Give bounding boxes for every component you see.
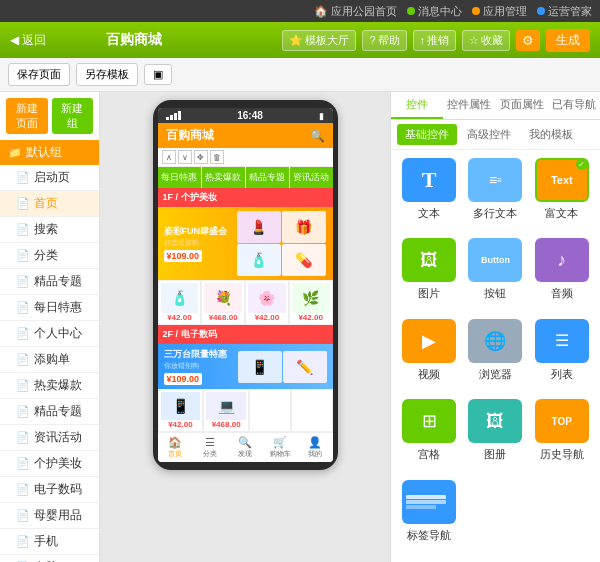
template-hall-button[interactable]: ⭐ 模板大厅 xyxy=(282,30,356,51)
widget-tab-templates[interactable]: 我的模板 xyxy=(521,124,581,145)
nav-move-button[interactable]: ✥ xyxy=(194,150,208,164)
sidebar: 新建页面 新建组 📁 默认组 📄 启动页 📄 首页 📄 搜索 📄 分类 xyxy=(0,92,100,562)
folder-icon: 📁 xyxy=(8,146,22,159)
tab-nav-widget-icon xyxy=(402,480,456,524)
sidebar-item-daily[interactable]: 📄 每日特惠 xyxy=(0,295,99,321)
right-tab-widgets[interactable]: 控件 xyxy=(391,92,443,119)
bottom-nav-mine[interactable]: 👤 我的 xyxy=(298,433,333,462)
widget-multiline[interactable]: ≡≡ 多行文本 xyxy=(465,158,525,232)
file-icon: 📄 xyxy=(16,301,30,314)
widget-audio[interactable]: ♪ 音频 xyxy=(532,238,592,312)
sidebar-item-personal[interactable]: 📄 个人中心 xyxy=(0,321,99,347)
sidebar-item-phone[interactable]: 📄 手机 xyxy=(0,529,99,555)
phone-section2-header: 2F / 电子数码 xyxy=(158,325,333,344)
widget-image[interactable]: 🖼 图片 xyxy=(399,238,459,312)
sidebar-item-home[interactable]: 📄 首页 xyxy=(0,191,99,217)
right-tab-widget-props[interactable]: 控件属性 xyxy=(443,92,495,119)
file-icon: 📄 xyxy=(16,431,30,444)
sidebar-item-computer[interactable]: 📄 电脑 xyxy=(0,555,99,562)
file-icon: 📄 xyxy=(16,483,30,496)
phone-promo2-price: ¥109.00 xyxy=(164,373,203,385)
widget-browser[interactable]: 🌐 浏览器 xyxy=(465,319,525,393)
phone-preview-area: 16:48 ▮ 百购商城 🔍 ∧ ∨ ✥ 🗑 xyxy=(100,92,390,562)
phone-tab-featured[interactable]: 精品专题 xyxy=(246,167,290,188)
right-tab-page-props[interactable]: 页面属性 xyxy=(496,92,548,119)
bottom-nav-home[interactable]: 🏠 首页 xyxy=(158,433,193,462)
sidebar-item-premium[interactable]: 📄 精品专题 xyxy=(0,399,99,425)
product-cell-5[interactable]: 📱 ¥42.00 xyxy=(158,389,204,432)
right-tab-navigation[interactable]: 已有导航 xyxy=(548,92,600,119)
widget-album[interactable]: 🖼 图册 xyxy=(465,399,525,473)
top-bar-operations[interactable]: 运营管家 xyxy=(537,4,592,19)
widget-button[interactable]: Button 按钮 xyxy=(465,238,525,312)
generate-button[interactable]: 生成 xyxy=(546,29,590,52)
sidebar-item-cart[interactable]: 📄 添购单 xyxy=(0,347,99,373)
widget-category-tabs: 基础控件 高级控件 我的模板 xyxy=(391,120,600,150)
signal-bar-1 xyxy=(166,117,169,120)
widget-text[interactable]: T 文本 xyxy=(399,158,459,232)
phone-bottom-nav: 🏠 首页 ☰ 分类 🔍 发现 🛒 购物车 xyxy=(158,432,333,462)
product-phone-img: 📱 xyxy=(238,351,282,383)
widget-tab-nav[interactable]: 标签导航 xyxy=(399,480,459,554)
phone-tab-news[interactable]: 资讯活动 xyxy=(290,167,333,188)
save-template-button[interactable]: 另存模板 xyxy=(76,63,138,86)
file-icon: 📄 xyxy=(16,223,30,236)
product-cell-4[interactable]: 🌿 ¥42.00 xyxy=(289,280,333,325)
sidebar-new-row: 新建页面 新建组 xyxy=(0,92,99,140)
sidebar-item-electronics[interactable]: 📄 电子数码 xyxy=(0,477,99,503)
product-price-2: ¥468.00 xyxy=(204,313,242,322)
bottom-nav-category[interactable]: ☰ 分类 xyxy=(193,433,228,462)
widget-list[interactable]: ☰ 列表 xyxy=(532,319,592,393)
sidebar-item-beauty[interactable]: 📄 个护美妆 xyxy=(0,451,99,477)
product-cell-3[interactable]: 🌸 ¥42.00 xyxy=(245,280,289,325)
gear-button[interactable]: ⚙ xyxy=(516,30,540,51)
bottom-nav-discover[interactable]: 🔍 发现 xyxy=(228,433,263,462)
file-icon: 📄 xyxy=(16,379,30,392)
top-bar-apps[interactable]: 应用管理 xyxy=(472,4,527,19)
sidebar-item-news[interactable]: 📄 资讯活动 xyxy=(0,425,99,451)
widget-grid[interactable]: ⊞ 宫格 xyxy=(399,399,459,473)
new-page-button[interactable]: 新建页面 xyxy=(6,98,48,134)
save-page-button[interactable]: 保存页面 xyxy=(8,63,70,86)
favorite-button[interactable]: ☆ 收藏 xyxy=(462,30,510,51)
widget-richtext[interactable]: Text ✓ 富文本 xyxy=(532,158,592,232)
phone-section1-header: 1F / 个护美妆 xyxy=(158,188,333,207)
history-nav-widget-icon: TOP xyxy=(535,399,589,443)
mine-icon: 👤 xyxy=(300,436,331,449)
icon-button[interactable]: ▣ xyxy=(144,64,172,85)
top-bar-messages[interactable]: 消息中心 xyxy=(407,4,462,19)
top-bar-home[interactable]: 🏠 应用公园首页 xyxy=(314,4,397,19)
phone-promo1: 姿彩FUN肆盛会 好货提前购 ¥109.00 💄 🎁 🧴 💊 xyxy=(158,207,333,280)
promote-button[interactable]: ↑ 推销 xyxy=(413,30,457,51)
widget-tab-basic[interactable]: 基础控件 xyxy=(397,124,457,145)
sidebar-item-hot[interactable]: 📄 热卖爆款 xyxy=(0,373,99,399)
nav-down-button[interactable]: ∨ xyxy=(178,150,192,164)
sidebar-item-category[interactable]: 📄 分类 xyxy=(0,243,99,269)
product-cell-6[interactable]: 💻 ¥468.00 xyxy=(203,389,249,432)
sidebar-item-search[interactable]: 📄 搜索 xyxy=(0,217,99,243)
product-cell-2[interactable]: 💐 ¥468.00 xyxy=(201,280,245,325)
signal-bar-3 xyxy=(174,113,177,120)
new-group-button[interactable]: 新建组 xyxy=(52,98,94,134)
phone-products-row2: 📱 ¥42.00 💻 ¥468.00 xyxy=(158,389,333,432)
phone-search-icon[interactable]: 🔍 xyxy=(310,129,325,143)
product-cell-empty2 xyxy=(291,389,333,432)
widget-history-nav[interactable]: TOP 历史导航 xyxy=(532,399,592,473)
content-area: 新建页面 新建组 📁 默认组 📄 启动页 📄 首页 📄 搜索 📄 分类 xyxy=(0,92,600,562)
phone-app-title: 百购商城 xyxy=(166,127,214,144)
sidebar-default-group[interactable]: 📁 默认组 xyxy=(0,140,99,165)
sidebar-item-baby[interactable]: 📄 母婴用品 xyxy=(0,503,99,529)
help-button[interactable]: ? 帮助 xyxy=(362,30,406,51)
bottom-nav-cart[interactable]: 🛒 购物车 xyxy=(263,433,298,462)
sidebar-item-featured[interactable]: 📄 精品专题 xyxy=(0,269,99,295)
phone-tab-daily[interactable]: 每日特惠 xyxy=(158,167,202,188)
nav-up-button[interactable]: ∧ xyxy=(162,150,176,164)
audio-widget-icon: ♪ xyxy=(535,238,589,282)
sidebar-item-startup[interactable]: 📄 启动页 xyxy=(0,165,99,191)
product-cell-1[interactable]: 🧴 ¥42.00 xyxy=(158,280,202,325)
nav-delete-button[interactable]: 🗑 xyxy=(210,150,224,164)
file-icon: 📄 xyxy=(16,405,30,418)
widget-video[interactable]: ▶ 视频 xyxy=(399,319,459,393)
phone-tab-hot[interactable]: 热卖爆款 xyxy=(202,167,246,188)
widget-tab-advanced[interactable]: 高级控件 xyxy=(459,124,519,145)
